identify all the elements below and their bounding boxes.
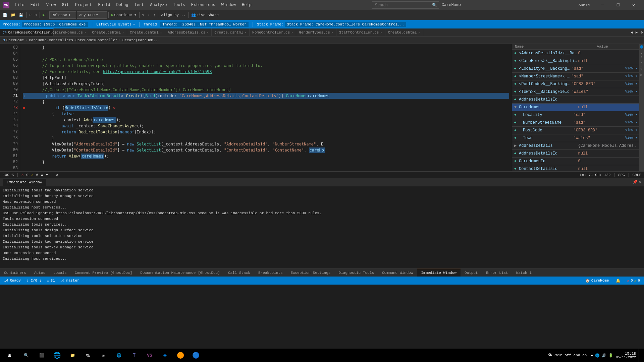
save-btn[interactable]: 💾 bbox=[17, 11, 25, 19]
live-share-btn[interactable]: 👥 Live Share bbox=[190, 11, 220, 19]
start-button[interactable]: ⊞ bbox=[1, 349, 17, 362]
menu-build[interactable]: Build bbox=[95, 1, 113, 9]
tab-create2[interactable]: Create.cshtml ✕ bbox=[127, 28, 165, 36]
thread-dropdown[interactable]: Thread: [25340] .NET ThreadPool Worker bbox=[160, 22, 249, 27]
menu-debug[interactable]: Debug bbox=[113, 1, 131, 9]
tab-error-list[interactable]: Error List bbox=[482, 269, 512, 277]
tab-command-window[interactable]: Command Window bbox=[378, 269, 417, 277]
stack-frame-dropdown[interactable]: Stack Frame: CareHome.Controllers.CareHo… bbox=[285, 22, 406, 27]
menu-file[interactable]: File bbox=[12, 1, 27, 9]
immediate-tab[interactable]: Immediate Window bbox=[3, 179, 46, 186]
menu-extensions[interactable]: Extensions bbox=[189, 1, 218, 9]
open-btn[interactable]: 📁 bbox=[9, 11, 17, 19]
taskbar-mail[interactable]: ✉ bbox=[96, 349, 111, 362]
menu-view[interactable]: View bbox=[44, 1, 59, 9]
tab-close-icon[interactable]: ✕ bbox=[331, 31, 333, 35]
tab-comment-preview[interactable]: Comment Preview [GhostDoc] bbox=[71, 269, 137, 277]
menu-git[interactable]: Git bbox=[59, 1, 72, 9]
tab-scroll-right[interactable]: ▶ bbox=[634, 29, 639, 36]
menu-window[interactable]: Window bbox=[219, 1, 238, 9]
tab-scroll-left[interactable]: ◀ bbox=[629, 29, 634, 36]
menu-project[interactable]: Project bbox=[72, 1, 95, 9]
tab-settings-btn[interactable]: ⚙ bbox=[639, 29, 644, 36]
tab-containers[interactable]: Containers bbox=[0, 269, 30, 277]
code-editor[interactable]: 6364656667 686970 71 72737475 7677787980… bbox=[0, 44, 512, 171]
pin-icon[interactable]: 📌 bbox=[633, 180, 638, 185]
start-btn[interactable]: ▶ bbox=[41, 11, 46, 19]
taskbar-edge2[interactable]: 🌐 bbox=[111, 349, 126, 362]
undo-btn[interactable]: ↩ bbox=[28, 11, 33, 19]
tab-locals[interactable]: Locals bbox=[49, 269, 71, 277]
status-bell-btn[interactable]: 🔔 bbox=[614, 279, 622, 283]
step-out-btn[interactable]: ↑ bbox=[152, 11, 157, 19]
tab-carehomescontroller[interactable]: C# CareHomesController.cs ✕ bbox=[0, 28, 54, 36]
weather-btn[interactable]: 🌦 Rain off and on bbox=[547, 353, 588, 358]
view-link[interactable]: View ▾ bbox=[625, 127, 637, 133]
tab-immediate-window[interactable]: Immediate Window bbox=[417, 269, 461, 277]
view-link[interactable]: View ▾ bbox=[625, 73, 637, 79]
tab-watch1[interactable]: Watch 1 bbox=[512, 269, 536, 277]
view-link[interactable]: View ▾ bbox=[625, 112, 637, 118]
mode-dropdown[interactable]: Release ▾ bbox=[49, 11, 76, 19]
tab-close-icon[interactable]: ✕ bbox=[207, 31, 209, 35]
tab-close-icon[interactable]: ✕ bbox=[84, 31, 86, 35]
tray-sound-icon[interactable]: 🔊 bbox=[602, 353, 606, 358]
tab-close-icon[interactable]: ✕ bbox=[380, 31, 382, 35]
taskbar-teams[interactable]: T bbox=[127, 349, 142, 362]
close-immediate-icon[interactable]: ✕ bbox=[639, 180, 641, 185]
taskbar-edge[interactable]: 🌐 bbox=[50, 349, 64, 362]
menu-help[interactable]: Help bbox=[239, 1, 254, 9]
redo-btn[interactable]: ↪ bbox=[34, 11, 39, 19]
menu-analyze[interactable]: Analyze bbox=[147, 1, 169, 9]
tab-gendertypes[interactable]: GenderTypes.cs ✕ bbox=[296, 28, 336, 36]
maximize-button[interactable]: □ bbox=[610, 0, 626, 10]
clock[interactable]: 15:18 05/11/2022 bbox=[616, 352, 636, 359]
bc-project[interactable]: CareHome bbox=[6, 38, 24, 42]
tab-create3[interactable]: Create.cshtml ✕ bbox=[212, 28, 250, 36]
view-link[interactable]: View ▾ bbox=[625, 120, 637, 126]
continue-btn[interactable]: ▶ Continue ▾ bbox=[110, 11, 138, 19]
view-link[interactable]: View ▾ bbox=[625, 66, 637, 72]
menu-edit[interactable]: Edit bbox=[28, 1, 43, 9]
new-project-btn[interactable]: 📄 bbox=[1, 11, 9, 19]
search-input[interactable] bbox=[372, 1, 439, 9]
view-link[interactable]: View ▾ bbox=[625, 81, 637, 87]
bc-method[interactable]: Create(CareHom... bbox=[122, 38, 160, 42]
taskbar-taskview[interactable]: ⬛ bbox=[34, 349, 49, 362]
tab-doc-maintenance[interactable]: Documentation Maintenance [GhostDoc] bbox=[136, 269, 224, 277]
process-dropdown[interactable]: Process: [5956] CareHome.exe bbox=[22, 22, 88, 27]
close-button[interactable]: ✕ bbox=[626, 0, 641, 10]
tab-breakpoints[interactable]: Breakpoints bbox=[254, 269, 287, 277]
taskbar-store[interactable]: 🛍 bbox=[80, 349, 95, 362]
tab-homecontroller[interactable]: HomeController.cs ✕ bbox=[250, 28, 296, 36]
show-desktop-btn[interactable] bbox=[639, 349, 640, 362]
tab-close-icon[interactable]: ✕ bbox=[418, 31, 420, 35]
scroll-up-btn[interactable]: ▲ bbox=[41, 173, 43, 177]
tab-close-icon[interactable]: ✕ bbox=[160, 31, 162, 35]
tab-output[interactable]: Output bbox=[461, 269, 482, 277]
scroll-down-btn[interactable]: ▼ bbox=[46, 173, 48, 177]
status-branch-name-btn[interactable]: ⎇ master bbox=[59, 279, 81, 283]
tab-create1[interactable]: Create.cshtml ✕ bbox=[89, 28, 127, 36]
status-errors-btn[interactable]: ✕ 0 ⚠ 6 bbox=[626, 279, 641, 283]
view-link[interactable]: View ▾ bbox=[625, 135, 637, 141]
tray-up-arrow[interactable]: ▲ bbox=[591, 353, 593, 357]
tab-create4[interactable]: Create.cshtml ✕ bbox=[385, 28, 423, 36]
taskbar-search[interactable]: 🔍 bbox=[19, 349, 34, 362]
step-into-btn[interactable]: ↓ bbox=[146, 11, 151, 19]
status-branch-btn[interactable]: ⎇ Ready bbox=[3, 279, 22, 283]
status-project-btn[interactable]: 🏠 CareHome bbox=[584, 279, 610, 283]
code-content[interactable]: } // POST: CareHomes/Create // To protec… bbox=[20, 44, 512, 171]
expand-icon[interactable]: ▼ bbox=[514, 104, 519, 110]
menu-tools[interactable]: Tools bbox=[170, 1, 188, 9]
status-sort-btn[interactable]: ↕ 2/0 ↓ bbox=[25, 279, 43, 283]
tab-close-icon[interactable]: ✕ bbox=[291, 31, 293, 35]
tab-call-stack[interactable]: Call Stack bbox=[224, 269, 254, 277]
tab-diagnostic-tools[interactable]: Diagnostic Tools bbox=[334, 269, 378, 277]
tab-autos[interactable]: Autos bbox=[30, 269, 49, 277]
arch-dropdown[interactable]: Any CPU ▾ bbox=[77, 11, 107, 19]
tab-close-icon[interactable]: ✕ bbox=[245, 31, 247, 35]
taskbar-chrome[interactable]: 🔵 bbox=[189, 349, 203, 362]
tab-addressdetails[interactable]: AddressDetails.cs ✕ bbox=[165, 28, 212, 36]
tab-exception-settings[interactable]: Exception Settings bbox=[287, 269, 335, 277]
